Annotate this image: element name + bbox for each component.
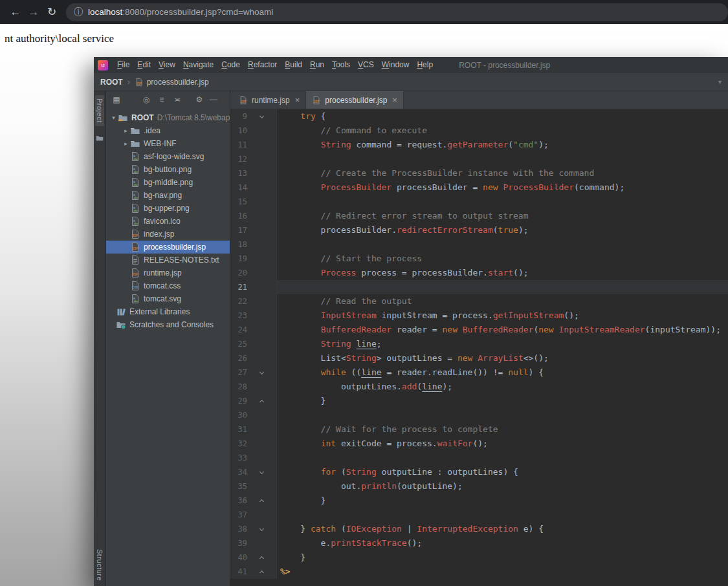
code-line-19[interactable]: 19 // Start the process <box>230 252 728 266</box>
tab-processbuilder-jsp[interactable]: JSP processbuilder.jsp × <box>306 91 404 109</box>
code-line-11[interactable]: 11 String command = request.getParameter… <box>230 138 728 152</box>
close-icon[interactable]: × <box>295 95 300 105</box>
menu-window[interactable]: Window <box>378 57 414 73</box>
menu-build[interactable]: Build <box>281 57 306 73</box>
code-line-26[interactable]: 26 List<String> outputLines = new ArrayL… <box>230 351 728 365</box>
gutter[interactable]: 19 <box>230 252 277 266</box>
tree-item-WEB-INF[interactable]: ▸WEB-INF <box>106 137 230 150</box>
code-line-18[interactable]: 18 <box>230 237 728 252</box>
breadcrumb-root[interactable]: ROOT <box>100 78 123 87</box>
gutter[interactable]: 23 <box>230 309 277 323</box>
fold-marker-icon[interactable] <box>247 372 276 374</box>
code-line-23[interactable]: 23 InputStream inputStream = process.get… <box>230 309 728 323</box>
code-line-40[interactable]: 40 } <box>230 550 728 565</box>
code-line-35[interactable]: 35 out.println(outputLine); <box>230 479 728 494</box>
gutter[interactable]: 28 <box>230 380 277 394</box>
gutter[interactable]: 16 <box>230 209 277 223</box>
code-line-10[interactable]: 10 // Command to execute <box>230 124 728 138</box>
tree-item-processbuilder.jsp[interactable]: JSPprocessbuilder.jsp <box>106 241 230 254</box>
menu-file[interactable]: File <box>113 57 133 73</box>
tree-item-bg-middle.png[interactable]: bg-middle.png <box>106 176 230 189</box>
gutter[interactable]: 11 <box>230 138 277 152</box>
gutter[interactable]: 27 <box>230 365 277 380</box>
folder-icon[interactable] <box>96 134 104 142</box>
menu-run[interactable]: Run <box>306 57 328 73</box>
code-line-29[interactable]: 29 } <box>230 394 728 408</box>
menu-navigate[interactable]: Navigate <box>179 57 217 73</box>
gutter[interactable]: 14 <box>230 180 277 195</box>
tree-item-external-libraries[interactable]: External Libraries <box>106 305 230 318</box>
locate-file-icon[interactable]: ◎ <box>141 95 151 104</box>
gutter[interactable]: 35 <box>230 479 277 494</box>
code-editor[interactable]: 9 try {10 // Command to execute11 String… <box>230 109 728 586</box>
menu-tools[interactable]: Tools <box>328 57 354 73</box>
code-line-9[interactable]: 9 try { <box>230 109 728 124</box>
menu-refactor[interactable]: Refactor <box>244 57 281 73</box>
tree-item-bg-button.png[interactable]: bg-button.png <box>106 163 230 176</box>
code-line-20[interactable]: 20 Process process = processBuilder.star… <box>230 266 728 280</box>
gutter[interactable]: 15 <box>230 195 277 209</box>
gutter[interactable]: 20 <box>230 266 277 280</box>
gutter[interactable]: 30 <box>230 408 277 422</box>
tree-item-asf-logo-wide.svg[interactable]: asf-logo-wide.svg <box>106 150 230 163</box>
collapse-all-icon[interactable]: ≍ <box>172 95 182 104</box>
gutter[interactable]: 12 <box>230 152 277 166</box>
fold-marker-icon[interactable] <box>247 472 276 473</box>
tree-item-root[interactable]: ▾ROOTD:\Tomcat 8.5\webap <box>106 111 230 124</box>
gutter[interactable]: 17 <box>230 223 277 237</box>
address-bar[interactable]: ⓘ localhost:8080/processbuilder.jsp?cmd=… <box>66 3 728 21</box>
tree-item-bg-upper.png[interactable]: bg-upper.png <box>106 202 230 215</box>
fold-marker-icon[interactable] <box>247 528 276 530</box>
code-line-30[interactable]: 30 <box>230 408 728 422</box>
menu-help[interactable]: Help <box>413 57 437 73</box>
settings-icon[interactable]: ⚙ <box>194 95 204 104</box>
code-line-32[interactable]: 32 int exitCode = process.waitFor(); <box>230 437 728 451</box>
code-line-14[interactable]: 14 ProcessBuilder processBuilder = new P… <box>230 180 728 195</box>
gutter[interactable]: 34 <box>230 465 277 479</box>
fold-marker-icon[interactable] <box>247 570 276 574</box>
chevron-down-icon[interactable]: ▾ <box>718 78 722 85</box>
code-line-31[interactable]: 31 // Wait for the process to complete <box>230 422 728 437</box>
chevron-right-icon[interactable]: ▸ <box>122 127 130 134</box>
tree-item-bg-nav.png[interactable]: bg-nav.png <box>106 189 230 202</box>
code-line-22[interactable]: 22 // Read the output <box>230 294 728 309</box>
expand-all-icon[interactable]: ≡ <box>157 95 167 104</box>
tree-item-favicon.ico[interactable]: favicon.ico <box>106 215 230 228</box>
gutter[interactable]: 22 <box>230 294 277 309</box>
tree-item-.idea[interactable]: ▸.idea <box>106 124 230 137</box>
gutter[interactable]: 21 <box>230 280 277 294</box>
gutter[interactable]: 25 <box>230 337 277 351</box>
code-line-15[interactable]: 15 <box>230 195 728 209</box>
code-line-12[interactable]: 12 <box>230 152 728 166</box>
fold-marker-icon[interactable] <box>247 116 276 118</box>
fold-marker-icon[interactable] <box>247 399 276 404</box>
gutter[interactable]: 18 <box>230 237 277 252</box>
code-line-17[interactable]: 17 processBuilder.redirectErrorStream(tr… <box>230 223 728 237</box>
code-line-27[interactable]: 27 while ((line = reader.readLine()) != … <box>230 365 728 380</box>
close-icon[interactable]: × <box>392 95 397 105</box>
fold-marker-icon[interactable] <box>247 499 276 503</box>
code-line-38[interactable]: 38 } catch (IOException | InterruptedExc… <box>230 522 728 536</box>
code-line-21[interactable]: 21 <box>230 280 728 294</box>
tree-item-scratches-and-consoles[interactable]: Scratches and Consoles <box>106 318 230 331</box>
tree-item-RELEASE-NOTES.txt[interactable]: RELEASE-NOTES.txt <box>106 254 230 266</box>
code-line-37[interactable]: 37 <box>230 508 728 522</box>
tree-item-tomcat.css[interactable]: CSStomcat.css <box>106 279 230 292</box>
chevron-right-icon[interactable]: ▸ <box>122 140 130 147</box>
gutter[interactable]: 32 <box>230 437 277 451</box>
gutter[interactable]: 31 <box>230 422 277 437</box>
view-options-icon[interactable]: ▦ <box>111 95 122 104</box>
gutter[interactable]: 33 <box>230 451 277 465</box>
gutter[interactable]: 10 <box>230 124 277 138</box>
back-icon[interactable]: ← <box>6 3 25 21</box>
gutter[interactable]: 24 <box>230 323 277 337</box>
gutter[interactable]: 40 <box>230 550 277 565</box>
menu-vcs[interactable]: VCS <box>354 57 378 73</box>
breadcrumb-file[interactable]: processbuilder.jsp <box>147 78 209 87</box>
tree-item-runtime.jsp[interactable]: JSPruntime.jsp <box>106 266 230 279</box>
forward-icon[interactable]: → <box>25 3 43 21</box>
gutter[interactable]: 13 <box>230 166 277 180</box>
chevron-down-icon[interactable]: ▾ <box>109 114 118 121</box>
tool-stripe-project[interactable]: Project <box>95 95 104 126</box>
menu-view[interactable]: View <box>155 57 179 73</box>
